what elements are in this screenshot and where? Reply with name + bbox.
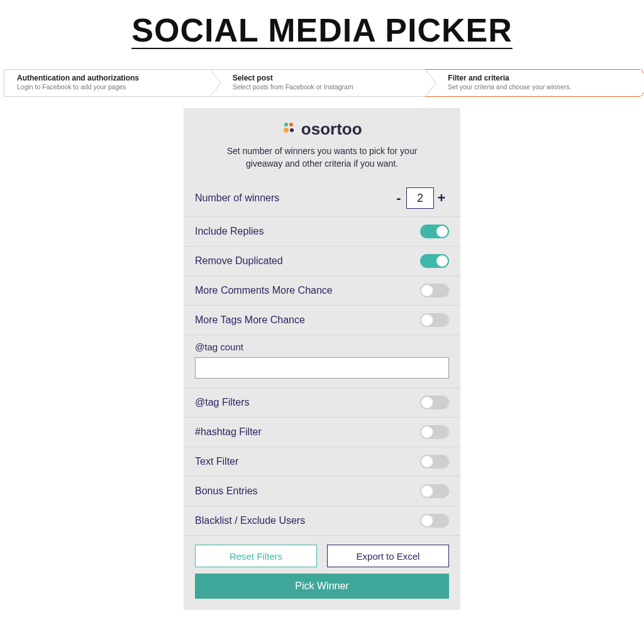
- blacklist-row: Blacklist / Exclude Users: [184, 506, 460, 536]
- step-subtitle: Login to Facebook to add your pages: [17, 83, 197, 91]
- tag-count-label: @tag count: [195, 341, 449, 352]
- intro-text: Set number of winners you wants to pick …: [184, 145, 460, 170]
- criteria-card: osortoo Set number of winners you wants …: [184, 108, 460, 610]
- step-filter-criteria[interactable]: Filter and criteria Set your criteria an…: [425, 69, 640, 97]
- step-title: Authentication and authorizations: [17, 74, 197, 82]
- include-replies-toggle[interactable]: [420, 225, 449, 238]
- text-filter-toggle[interactable]: [420, 455, 449, 469]
- tag-count-section: @tag count: [184, 335, 460, 388]
- logo-text: osortoo: [301, 119, 362, 139]
- bonus-entries-label: Bonus Entries: [195, 486, 258, 497]
- brand-logo: osortoo: [184, 119, 460, 139]
- step-subtitle: Set your criteria and choose your winner…: [448, 83, 628, 91]
- winners-label: Number of winners: [195, 192, 279, 204]
- text-filter-label: Text Filter: [195, 456, 238, 467]
- stepper-minus-button[interactable]: -: [391, 190, 406, 206]
- hashtag-filter-row: #hashtag Filter: [184, 418, 460, 447]
- include-replies-label: Include Replies: [195, 226, 264, 237]
- step-select-post[interactable]: Select post Select posts from Facebook o…: [209, 69, 425, 97]
- logo-dots-icon: [282, 121, 296, 138]
- pick-winner-button[interactable]: Pick Winner: [195, 574, 449, 599]
- more-tags-toggle[interactable]: [420, 313, 449, 327]
- include-replies-row: Include Replies: [184, 217, 460, 247]
- tag-filters-label: @tag Filters: [195, 397, 249, 408]
- svg-point-3: [290, 128, 294, 132]
- more-comments-label: More Comments More Chance: [195, 285, 333, 296]
- step-authentication[interactable]: Authentication and authorizations Login …: [4, 69, 209, 97]
- tag-filters-toggle[interactable]: [420, 396, 449, 409]
- remove-duplicated-toggle[interactable]: [420, 254, 449, 268]
- action-buttons: Reset Filters Export to Excel: [184, 536, 460, 574]
- remove-duplicated-label: Remove Duplicated: [195, 255, 283, 267]
- stepper-plus-button[interactable]: +: [434, 190, 449, 206]
- svg-point-2: [284, 128, 289, 133]
- winners-row: Number of winners - +: [184, 180, 460, 217]
- more-tags-label: More Tags More Chance: [195, 314, 305, 326]
- blacklist-toggle[interactable]: [420, 514, 449, 528]
- export-excel-button[interactable]: Export to Excel: [327, 545, 449, 567]
- reset-filters-button[interactable]: Reset Filters: [195, 545, 317, 567]
- page-title: SOCIAL MEDIA PICKER: [0, 11, 644, 49]
- step-subtitle: Select posts from Facebook or Instagram: [233, 83, 413, 91]
- breadcrumb-steps: Authentication and authorizations Login …: [0, 69, 644, 97]
- bonus-entries-toggle[interactable]: [420, 484, 449, 498]
- remove-duplicated-row: Remove Duplicated: [184, 247, 460, 276]
- winners-input[interactable]: [406, 187, 434, 209]
- hashtag-filter-toggle[interactable]: [420, 425, 449, 439]
- more-comments-toggle[interactable]: [420, 284, 449, 297]
- step-title: Select post: [233, 74, 413, 82]
- bonus-entries-row: Bonus Entries: [184, 477, 460, 506]
- blacklist-label: Blacklist / Exclude Users: [195, 515, 305, 526]
- tag-count-input[interactable]: [195, 357, 449, 379]
- svg-point-0: [284, 123, 288, 126]
- more-tags-row: More Tags More Chance: [184, 306, 460, 335]
- step-title: Filter and criteria: [448, 74, 628, 82]
- hashtag-filter-label: #hashtag Filter: [195, 426, 262, 438]
- winners-stepper: - +: [391, 187, 449, 209]
- text-filter-row: Text Filter: [184, 447, 460, 477]
- svg-point-1: [289, 123, 293, 126]
- more-comments-row: More Comments More Chance: [184, 276, 460, 306]
- tag-filters-row: @tag Filters: [184, 388, 460, 418]
